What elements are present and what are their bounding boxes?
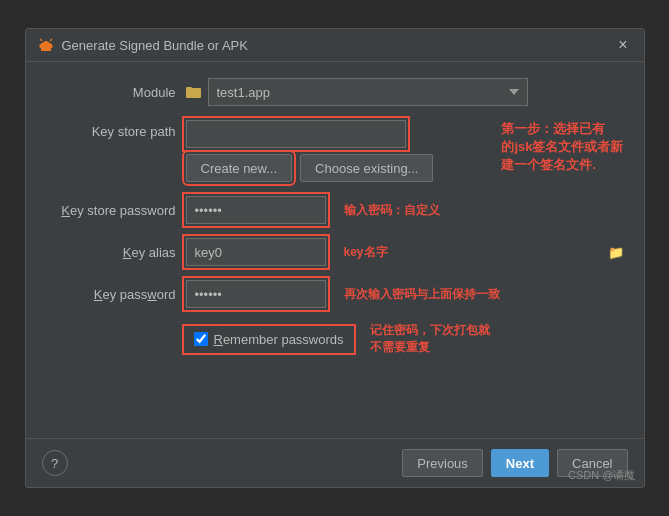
svg-line-4	[40, 39, 42, 41]
keystore-annotation-text: 第一步：选择已有的jsk签名文件或者新建一个签名文件.	[501, 121, 623, 172]
svg-rect-9	[186, 87, 192, 90]
dialog-body: Module test1.app Key store path	[26, 62, 644, 438]
key-password-annotation: 再次输入密码与上面保持一致	[344, 286, 500, 303]
key-alias-annotation: key名字	[344, 244, 388, 261]
dialog-footer: ? Previous Next Cancel	[26, 438, 644, 487]
key-password-row: Key password 再次输入密码与上面保持一致	[46, 280, 624, 308]
keystore-password-row: Key store password 输入密码：自定义	[46, 196, 624, 224]
svg-rect-7	[50, 44, 52, 48]
keystore-annotation: 第一步：选择已有的jsk签名文件或者新建一个签名文件.	[501, 120, 623, 182]
android-icon	[38, 37, 54, 53]
create-new-button[interactable]: Create new...	[186, 154, 293, 182]
keystore-path-controls: Create new... Choose existing...	[186, 120, 482, 182]
close-button[interactable]: ×	[614, 37, 631, 53]
choose-existing-button[interactable]: Choose existing...	[300, 154, 433, 182]
next-button[interactable]: Next	[491, 449, 549, 477]
keystore-password-input[interactable]	[186, 196, 326, 224]
csdn-watermark: CSDN @谲魔	[568, 468, 635, 483]
title-bar: Generate Signed Bundle or APK ×	[26, 29, 644, 62]
key-password-input[interactable]	[186, 280, 326, 308]
module-row: Module test1.app	[46, 78, 624, 106]
module-select[interactable]: test1.app	[208, 78, 528, 106]
keystore-path-input[interactable]	[186, 120, 406, 148]
key-password-label: Key password	[46, 287, 176, 302]
module-folder-icon	[186, 85, 202, 99]
key-alias-label: Key alias	[46, 245, 176, 260]
remember-passwords-checkbox[interactable]	[194, 332, 208, 346]
svg-line-5	[50, 39, 52, 41]
dialog-title: Generate Signed Bundle or APK	[62, 38, 248, 53]
svg-point-2	[43, 40, 45, 42]
svg-point-3	[47, 40, 49, 42]
svg-rect-6	[39, 44, 41, 48]
keystore-password-label: Key store password	[46, 203, 176, 218]
key-alias-row: Key alias key名字 📁	[46, 238, 624, 266]
key-alias-input[interactable]	[186, 238, 326, 266]
key-alias-folder-icon[interactable]: 📁	[608, 245, 624, 260]
remember-passwords-row: Remember passwords 记住密码，下次打包就不需要重复	[46, 322, 624, 356]
remember-passwords-label[interactable]: Remember passwords	[214, 332, 344, 347]
help-button[interactable]: ?	[42, 450, 68, 476]
keystore-path-label: Key store path	[46, 120, 176, 182]
keystore-password-annotation: 输入密码：自定义	[344, 202, 440, 219]
previous-button[interactable]: Previous	[402, 449, 483, 477]
remember-annotation: 记住密码，下次打包就不需要重复	[370, 322, 490, 356]
keystore-path-section: Key store path Create new... Choose exis…	[46, 120, 624, 182]
remember-passwords-wrapper: Remember passwords	[186, 328, 352, 351]
main-dialog: Generate Signed Bundle or APK × Module t…	[25, 28, 645, 488]
title-bar-left: Generate Signed Bundle or APK	[38, 37, 248, 53]
module-label: Module	[46, 85, 176, 100]
